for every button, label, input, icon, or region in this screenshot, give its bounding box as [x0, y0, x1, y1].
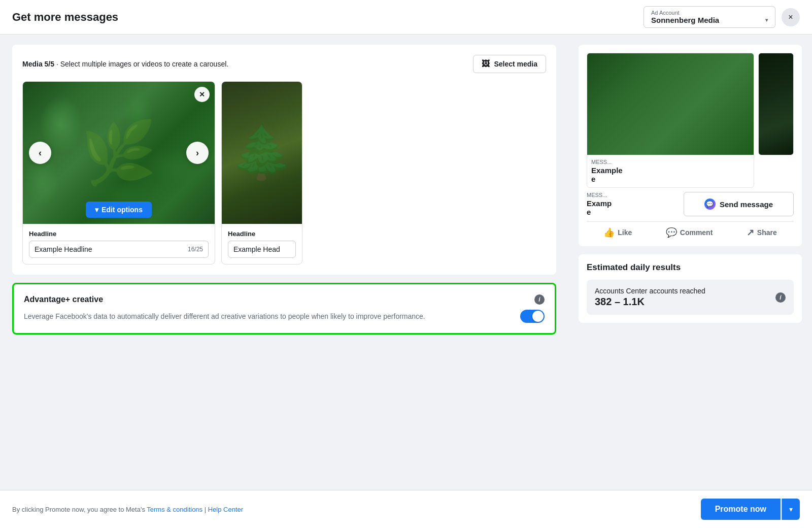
- preview-card: MESS... Examplee MESS...: [579, 45, 802, 246]
- media-desc: · Select multiple images or videos to cr…: [54, 60, 228, 68]
- estimated-item: Accounts Center accounts reached 382 – 1…: [587, 280, 794, 315]
- fern-image-2: [222, 82, 302, 224]
- carousel-image-wrapper-2: [222, 82, 302, 224]
- estimated-item-label: Accounts Center accounts reached: [595, 287, 705, 295]
- image-icon: 🖼: [482, 59, 490, 69]
- messenger-icon: 💬: [704, 199, 716, 210]
- media-label: Media 5/5 · Select multiple images or vi…: [22, 60, 228, 68]
- headline-count-1: 16/25: [188, 246, 203, 253]
- promote-dropdown-button[interactable]: ▾: [782, 499, 800, 520]
- share-label: Share: [757, 228, 777, 237]
- advantage-creative-card: Advantage+ creative i Leverage Facebook'…: [12, 283, 556, 335]
- like-icon: 👍: [603, 227, 615, 238]
- preview-mess-label-2: MESS...: [587, 192, 680, 198]
- send-message-label: Send message: [720, 200, 773, 209]
- share-icon: ↗: [747, 227, 754, 238]
- toggle-thumb: [532, 311, 544, 322]
- estimated-item-content: Accounts Center accounts reached 382 – 1…: [595, 287, 705, 308]
- headline-input-1[interactable]: [35, 245, 188, 253]
- carousel-next-button[interactable]: ›: [186, 142, 209, 164]
- preview-image-1: [587, 53, 754, 155]
- preview-carousel: MESS... Examplee: [587, 53, 794, 188]
- select-media-button[interactable]: 🖼 Select media: [473, 55, 546, 73]
- preview-item-1: MESS... Examplee: [587, 53, 754, 188]
- ad-account-name: Sonnenberg Media: [651, 16, 719, 24]
- carousel-image-wrapper-1: ✕ ‹ › ▾ Edit options: [23, 82, 215, 224]
- preview-text-area-1: MESS... Examplee: [587, 155, 754, 187]
- carousel-container: ✕ ‹ › ▾ Edit options Headline 16/25: [22, 81, 546, 265]
- media-section-card: Media 5/5 · Select multiple images or vi…: [12, 45, 556, 275]
- bottom-bar: By clicking Promote now, you agree to Me…: [0, 490, 812, 528]
- edit-options-button[interactable]: ▾ Edit options: [86, 202, 152, 218]
- close-image-button-1[interactable]: ✕: [194, 87, 210, 102]
- advantage-title: Advantage+ creative: [24, 295, 103, 304]
- select-media-label: Select media: [494, 60, 537, 68]
- share-action[interactable]: ↗ Share: [747, 227, 777, 238]
- carousel-prev-button[interactable]: ‹: [29, 142, 51, 164]
- comment-action[interactable]: 💬 Comment: [666, 227, 713, 238]
- estimated-card: Estimated daily results Accounts Center …: [579, 254, 802, 323]
- close-button[interactable]: ×: [782, 8, 800, 26]
- ad-account-box[interactable]: Ad Account Sonnenberg Media ▾: [644, 6, 775, 28]
- top-bar: Get more messages Ad Account Sonnenberg …: [0, 0, 812, 35]
- preview-mess-1: MESS...: [591, 159, 750, 165]
- carousel-item-2: Headline: [221, 81, 302, 265]
- help-center-link[interactable]: Help Center: [208, 506, 243, 513]
- like-label: Like: [618, 228, 632, 237]
- ad-account-area: Ad Account Sonnenberg Media ▾ ×: [644, 6, 800, 28]
- ad-account-label: Ad Account: [651, 10, 768, 16]
- headline-input-wrapper-2[interactable]: [228, 241, 296, 258]
- page-title: Get more messages: [12, 11, 118, 24]
- promote-now-button[interactable]: Promote now: [701, 499, 781, 520]
- chevron-down-icon: ▾: [765, 17, 768, 23]
- preview-send-area: MESS... Exampe 💬 Send message: [587, 192, 794, 216]
- preview-actions: 👍 Like 💬 Comment ↗ Share: [587, 221, 794, 238]
- headline-label-1: Headline: [29, 230, 209, 238]
- headline-section-1: Headline 16/25: [23, 224, 215, 264]
- carousel-item-1: ✕ ‹ › ▾ Edit options Headline 16/25: [22, 81, 215, 265]
- terms-link[interactable]: Terms & conditions: [147, 506, 202, 513]
- info-icon[interactable]: i: [534, 294, 545, 305]
- left-panel: Media 5/5 · Select multiple images or vi…: [0, 35, 568, 490]
- preview-image-2: [759, 53, 793, 155]
- comment-icon: 💬: [666, 227, 677, 238]
- advantage-desc: Leverage Facebook's data to automaticall…: [24, 311, 512, 322]
- headline-input-wrapper-1[interactable]: 16/25: [29, 241, 209, 258]
- media-count: Media 5/5: [22, 60, 54, 68]
- estimated-item-value: 382 – 1.1K: [595, 296, 705, 308]
- preview-item-2: [758, 53, 794, 155]
- advantage-toggle[interactable]: [520, 310, 545, 323]
- terms-separator: |: [202, 506, 208, 513]
- media-header: Media 5/5 · Select multiple images or vi…: [22, 55, 546, 73]
- like-action[interactable]: 👍 Like: [603, 227, 632, 238]
- right-panel: MESS... Examplee MESS...: [568, 35, 812, 490]
- estimated-info-icon[interactable]: i: [775, 292, 786, 303]
- terms-text: By clicking Promote now, you agree to Me…: [12, 506, 147, 513]
- preview-send-left: MESS... Exampe: [587, 192, 680, 216]
- send-message-button[interactable]: 💬 Send message: [684, 192, 794, 216]
- preview-headline-2: Exampe: [587, 199, 680, 216]
- bottom-terms: By clicking Promote now, you agree to Me…: [12, 506, 243, 513]
- chevron-down-small-icon: ▾: [95, 206, 98, 214]
- advantage-body: Leverage Facebook's data to automaticall…: [24, 310, 545, 323]
- bottom-actions: Promote now ▾: [701, 499, 800, 520]
- headline-section-2: Headline: [222, 224, 302, 264]
- headline-label-2: Headline: [228, 230, 296, 238]
- preview-right-col: [758, 53, 794, 188]
- estimated-title: Estimated daily results: [587, 262, 794, 273]
- main-content: Media 5/5 · Select multiple images or vi…: [0, 35, 812, 490]
- preview-headline-1: Examplee: [591, 166, 750, 183]
- advantage-header: Advantage+ creative i: [24, 294, 545, 305]
- headline-input-2[interactable]: [233, 245, 302, 253]
- ad-account-value: Sonnenberg Media ▾: [651, 16, 768, 24]
- comment-label: Comment: [680, 228, 713, 237]
